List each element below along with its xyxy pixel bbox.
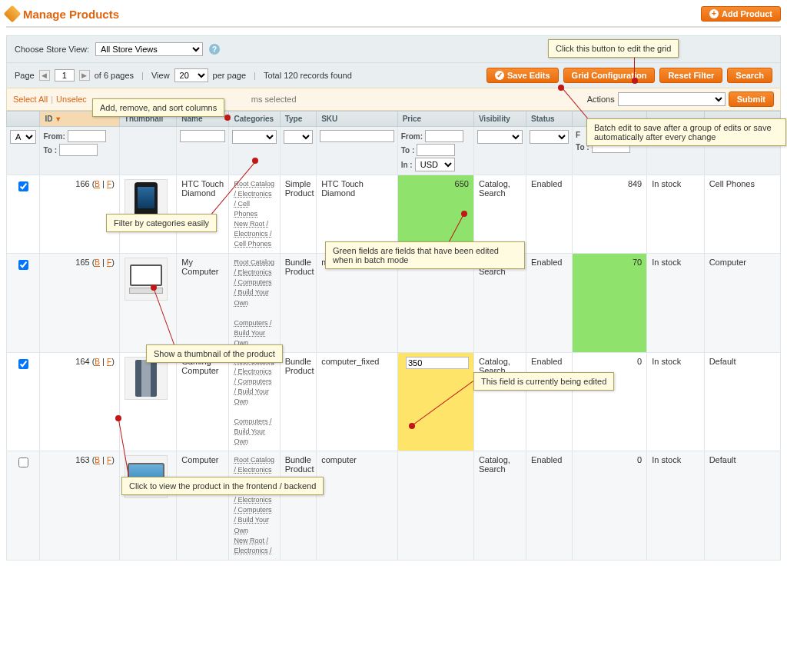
filter-sku[interactable] [320, 130, 394, 142]
page-input[interactable] [55, 69, 75, 82]
filter-price-from[interactable] [425, 130, 463, 142]
cell-thumbnail [119, 451, 176, 560]
cell-status[interactable]: Enabled [526, 352, 573, 451]
cell-thumbnail [119, 254, 176, 352]
cell-sku[interactable]: computer_fixed [317, 352, 397, 451]
callout-green-fields: Green fields are fields that have been e… [325, 241, 525, 269]
view-frontend-link[interactable]: F [107, 258, 111, 267]
callout-filter-categories: Filter by categories easily [106, 214, 217, 232]
submit-button[interactable]: Submit [729, 91, 774, 107]
filter-id-to[interactable] [59, 144, 98, 156]
cube-icon [4, 5, 22, 23]
cell-status[interactable]: Enabled [526, 451, 573, 560]
cell-status[interactable]: Enabled [526, 175, 573, 254]
view-backend-link[interactable]: B [95, 358, 100, 366]
view-backend-link[interactable]: B [95, 258, 100, 267]
cell-qty[interactable]: 0 [573, 352, 647, 451]
cell-sku[interactable]: computer [317, 451, 397, 560]
perpage-select[interactable]: 20 [174, 68, 208, 82]
callout-view-links: Click to view the product in the fronten… [121, 477, 324, 495]
view-frontend-link[interactable]: F [107, 358, 111, 366]
items-selected-text: ms selected [251, 95, 297, 104]
cell-type: Bundle Product [280, 352, 317, 451]
grid-configuration-button[interactable]: Grid Configuration [563, 68, 656, 83]
row-checkbox[interactable] [18, 181, 28, 191]
plus-icon: + [709, 9, 719, 18]
view-frontend-link[interactable]: F [107, 456, 111, 464]
product-thumbnail [125, 357, 168, 400]
col-status[interactable]: Status [526, 111, 573, 127]
check-icon: ✓ [495, 71, 504, 80]
callout-editing: This field is currently being edited [473, 372, 614, 391]
add-product-label: Add Product [722, 9, 772, 18]
cell-id: 164 (B | F) [40, 352, 119, 451]
cell-attrset: Default [704, 352, 780, 451]
page-title-text: Manage Products [23, 8, 119, 21]
col-price[interactable]: Price [397, 111, 473, 127]
cell-categories: Root Catalog / Electronics / Computers /… [229, 352, 280, 451]
filter-status[interactable] [530, 130, 569, 144]
storeview-label: Choose Store View: [15, 45, 89, 54]
cell-name[interactable]: Computer [177, 451, 229, 560]
callout-thumbnail: Show a thumbnail of the product [146, 344, 283, 363]
callout-batch-edit: Batch edit to save after a group of edit… [586, 118, 786, 146]
col-type[interactable]: Type [280, 111, 317, 127]
filter-type[interactable] [284, 130, 314, 144]
cell-qty[interactable]: 849 [573, 175, 647, 254]
cell-qty[interactable]: 70 [573, 254, 647, 352]
cell-type: Bundle Product [280, 254, 317, 352]
cell-price[interactable] [397, 352, 473, 451]
page-prev-icon[interactable]: ◀ [39, 70, 50, 81]
cell-attrset: Default [704, 451, 780, 560]
cell-type: Simple Product [280, 175, 317, 254]
table-row: 163 (B | F) Computer Root Catalog / Elec… [7, 451, 781, 560]
col-checkbox[interactable] [7, 111, 40, 127]
view-backend-link[interactable]: B [95, 180, 100, 188]
cell-categories: Root Catalog / Electronics / Cell Phones… [229, 175, 280, 254]
row-checkbox[interactable] [18, 359, 28, 369]
row-checkbox[interactable] [18, 457, 28, 467]
callout-add-columns: Add, remove, and sort columns [92, 98, 224, 117]
cell-visibility[interactable]: Catalog, Search [473, 352, 526, 451]
save-edits-button[interactable]: ✓ Save Edits [486, 68, 559, 83]
unselect-link[interactable]: Unselec [56, 95, 87, 104]
reset-filter-button[interactable]: Reset Filter [659, 68, 722, 83]
col-visibility[interactable]: Visibility [473, 111, 526, 127]
select-all-link[interactable]: Select All [13, 95, 48, 104]
filter-visibility[interactable] [477, 130, 523, 144]
storeview-select[interactable]: All Store Views [95, 42, 203, 56]
cell-qty[interactable]: 0 [573, 451, 647, 560]
table-row: 164 (B | F) Gaming Computer Root Catalog… [7, 352, 781, 451]
view-backend-link[interactable]: B [95, 456, 100, 464]
search-button[interactable]: Search [727, 68, 772, 83]
sort-desc-icon: ▼ [55, 115, 61, 123]
cell-categories: Root Catalog / Electronics / ComputersRo… [229, 451, 280, 560]
page-next-icon[interactable]: ▶ [79, 70, 90, 81]
col-sku[interactable]: SKU [317, 111, 397, 127]
price-edit-input[interactable] [406, 357, 469, 369]
cell-price[interactable] [397, 451, 473, 560]
view-frontend-link[interactable]: F [107, 180, 111, 188]
filter-checkbox-any[interactable]: Any [10, 130, 36, 144]
filter-id-from[interactable] [68, 130, 106, 142]
row-checkbox[interactable] [18, 260, 28, 270]
filter-price-currency[interactable]: USD [415, 158, 455, 171]
callout-grid-config: Click this button to edit the grid [548, 39, 679, 58]
col-categories[interactable]: Categories [229, 111, 280, 127]
actions-select[interactable] [618, 92, 726, 106]
pager-row: Page ◀ ▶ of 6 pages | View 20 per page |… [6, 63, 781, 88]
page-label: Page [15, 71, 35, 80]
cell-name[interactable]: My Computer [177, 254, 229, 352]
help-icon[interactable]: ? [209, 44, 220, 55]
cell-status[interactable]: Enabled [526, 254, 573, 352]
cell-stock: In stock [647, 352, 704, 451]
cell-stock: In stock [647, 175, 704, 254]
filter-name[interactable] [180, 130, 225, 142]
cell-visibility[interactable]: Catalog, Search [473, 451, 526, 560]
cell-name[interactable]: Gaming Computer [177, 352, 229, 451]
filter-price-to[interactable] [417, 144, 455, 156]
cell-stock: In stock [647, 254, 704, 352]
cell-id: 163 (B | F) [40, 451, 119, 560]
filter-categories[interactable] [232, 130, 276, 144]
add-product-button[interactable]: + Add Product [701, 6, 781, 22]
